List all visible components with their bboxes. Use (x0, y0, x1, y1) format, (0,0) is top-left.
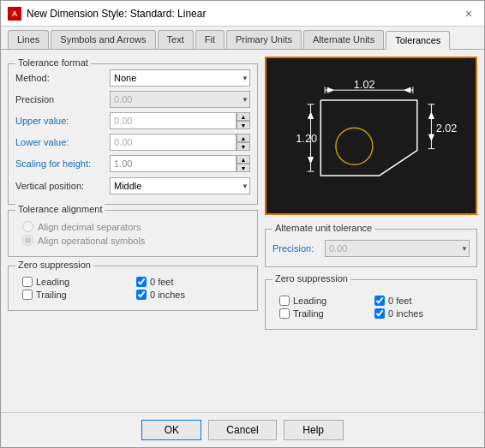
inches-checkbox-left-input[interactable] (136, 290, 147, 300)
zero-suppression-right-group: Zero suppression Leading 0 feet Trailing (265, 279, 477, 330)
alternate-unit-tolerance-title: Alternate unit tolerance (272, 223, 374, 233)
zero-suppression-left-group: Zero suppression Leading 0 feet Trailing (8, 266, 258, 311)
radio-align-operational-label: Align operational symbols (38, 236, 145, 246)
vertical-row: Vertical position: Middle ▼ (15, 177, 250, 194)
scaling-decrement[interactable]: ▼ (237, 164, 250, 172)
method-select[interactable]: None (110, 69, 250, 87)
trailing-checkbox-left-input[interactable] (22, 290, 33, 300)
feet-checkbox-right-input[interactable] (374, 296, 385, 306)
scaling-spinner: ▲ ▼ (110, 155, 250, 172)
precision-label: Precision (15, 94, 110, 105)
feet-label-left: 0 feet (150, 277, 174, 287)
lower-value-input[interactable] (110, 134, 237, 151)
scaling-label: Scaling for height: (15, 158, 110, 169)
precision-select-wrapper: 0.00 ▼ (110, 91, 250, 108)
tab-primary-units[interactable]: Primary Units (226, 30, 302, 49)
leading-label-left: Leading (36, 277, 69, 287)
radio-align-operational[interactable]: Align operational symbols (22, 235, 243, 246)
leading-checkbox-right-input[interactable] (279, 296, 290, 306)
tab-lines[interactable]: Lines (8, 30, 49, 49)
svg-text:1.20: 1.20 (296, 132, 317, 145)
feet-checkbox-left[interactable]: 0 feet (136, 277, 243, 287)
main-window: A New Dimension Style: Standard: Linear … (0, 0, 485, 448)
scaling-row: Scaling for height: ▲ ▼ (15, 155, 250, 172)
leading-checkbox-left[interactable]: Leading (22, 277, 129, 287)
window-title: New Dimension Style: Standard: Linear (27, 8, 206, 20)
radio-group: Align decimal separators Align operation… (15, 216, 250, 251)
preview-svg: 1.02 1.20 (266, 58, 476, 213)
inches-checkbox-right[interactable]: 0 inches (374, 308, 463, 319)
tolerance-alignment-group: Tolerance alignment Align decimal separa… (8, 210, 258, 257)
method-row: Method: None ▼ (15, 69, 250, 87)
ok-button[interactable]: OK (141, 420, 201, 440)
trailing-label-left: Trailing (36, 290, 67, 300)
upper-value-spinner: ▲ ▼ (110, 112, 250, 129)
trailing-label-right: Trailing (293, 308, 324, 319)
alt-precision-select[interactable]: 0.00 (325, 240, 470, 257)
upper-value-increment[interactable]: ▲ (237, 112, 250, 121)
title-bar: A New Dimension Style: Standard: Linear … (1, 1, 484, 27)
svg-text:1.02: 1.02 (354, 78, 375, 91)
cancel-button[interactable]: Cancel (208, 420, 276, 440)
preview-box: 1.02 1.20 (265, 57, 477, 215)
trailing-checkbox-left[interactable]: Trailing (22, 290, 129, 300)
scaling-increment[interactable]: ▲ (237, 155, 250, 164)
title-bar-left: A New Dimension Style: Standard: Linear (8, 7, 206, 21)
left-panel: Tolerance format Method: None ▼ Precisio… (8, 57, 258, 405)
radio-align-decimal[interactable]: Align decimal separators (22, 221, 243, 232)
tolerance-alignment-title: Tolerance alignment (15, 204, 105, 214)
radio-align-decimal-label: Align decimal separators (38, 222, 141, 232)
alt-precision-select-wrapper: 0.00 ▼ (325, 240, 470, 257)
tab-tolerances[interactable]: Tolerances (386, 31, 450, 50)
inches-checkbox-right-input[interactable] (374, 308, 385, 319)
svg-text:2.02: 2.02 (436, 122, 458, 134)
scaling-spinner-btns: ▲ ▼ (237, 155, 250, 172)
tolerance-format-group: Tolerance format Method: None ▼ Precisio… (8, 63, 258, 205)
upper-value-row: Upper value: ▲ ▼ (15, 112, 250, 129)
leading-checkbox-right[interactable]: Leading (279, 296, 368, 306)
alt-precision-row: Precision: 0.00 ▼ (272, 240, 470, 257)
radio-align-operational-input[interactable] (22, 235, 33, 246)
leading-checkbox-left-input[interactable] (22, 277, 33, 287)
help-button[interactable]: Help (284, 420, 344, 440)
lower-value-increment[interactable]: ▲ (237, 134, 250, 142)
tolerance-format-title: Tolerance format (15, 57, 91, 68)
feet-label-right: 0 feet (388, 296, 412, 306)
main-content: Tolerance format Method: None ▼ Precisio… (1, 50, 484, 412)
radio-align-decimal-input[interactable] (22, 221, 33, 232)
lower-value-row: Lower value: ▲ ▼ (15, 134, 250, 151)
feet-checkbox-left-input[interactable] (136, 277, 147, 287)
zero-suppression-left-title: Zero suppression (15, 260, 93, 270)
precision-row: Precision 0.00 ▼ (15, 91, 250, 108)
lower-value-decrement[interactable]: ▼ (237, 142, 250, 151)
leading-label-right: Leading (293, 296, 326, 306)
upper-value-input[interactable] (110, 112, 237, 129)
zero-suppression-left-checkboxes: Leading 0 feet Trailing 0 inches (15, 272, 250, 305)
tab-text[interactable]: Text (158, 30, 194, 49)
vertical-select[interactable]: Middle (110, 177, 250, 194)
tab-bar: Lines Symbols and Arrows Text Fit Primar… (1, 27, 484, 50)
tab-fit[interactable]: Fit (195, 30, 225, 49)
method-label: Method: (15, 73, 110, 83)
trailing-checkbox-right[interactable]: Trailing (279, 308, 368, 319)
lower-value-label: Lower value: (15, 137, 110, 147)
close-button[interactable]: × (460, 5, 477, 22)
inches-label-right: 0 inches (388, 308, 423, 319)
alternate-unit-tolerance-group: Alternate unit tolerance Precision: 0.00… (265, 229, 477, 267)
upper-value-label: Upper value: (15, 116, 110, 126)
trailing-checkbox-right-input[interactable] (279, 308, 290, 319)
vertical-select-wrapper: Middle ▼ (110, 177, 250, 194)
scaling-input[interactable] (110, 155, 237, 172)
zero-suppression-right-title: Zero suppression (272, 273, 350, 284)
lower-value-spinner: ▲ ▼ (110, 134, 250, 151)
alt-precision-label: Precision: (272, 243, 320, 254)
right-panel: 1.02 1.20 (265, 57, 477, 405)
precision-select[interactable]: 0.00 (110, 91, 250, 108)
app-icon: A (8, 7, 21, 21)
tab-alternate-units[interactable]: Alternate Units (303, 30, 384, 49)
inches-checkbox-left[interactable]: 0 inches (136, 290, 243, 300)
upper-value-spinner-btns: ▲ ▼ (237, 112, 250, 129)
upper-value-decrement[interactable]: ▼ (237, 121, 250, 129)
tab-symbols-and-arrows[interactable]: Symbols and Arrows (51, 30, 155, 49)
feet-checkbox-right[interactable]: 0 feet (374, 296, 463, 306)
